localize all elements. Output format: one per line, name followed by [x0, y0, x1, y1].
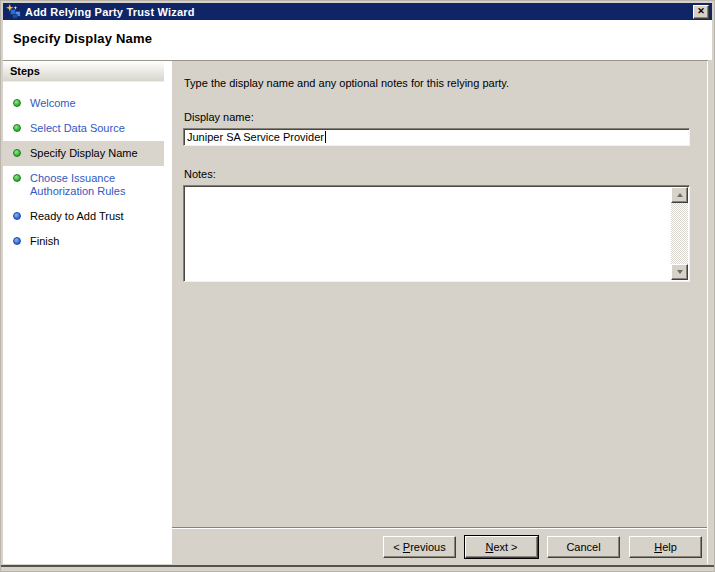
- cancel-button[interactable]: Cancel: [547, 536, 620, 558]
- scroll-up-button[interactable]: [671, 187, 688, 203]
- display-name-label: Display name:: [184, 111, 690, 123]
- display-name-value: Juniper SA Service Provider: [187, 131, 324, 143]
- sidebar-item-welcome[interactable]: Welcome: [3, 91, 164, 116]
- window-title: Add Relying Party Trust Wizard: [25, 6, 689, 18]
- scroll-down-button[interactable]: [671, 264, 688, 280]
- sidebar-item-select-data-source[interactable]: Select Data Source: [3, 116, 164, 141]
- help-button[interactable]: Help: [629, 536, 702, 558]
- instruction-text: Type the display name and any optional n…: [184, 77, 690, 89]
- step-done-bullet-icon: [13, 174, 21, 182]
- next-button[interactable]: Next >: [465, 536, 538, 558]
- wizard-app-icon: [6, 4, 21, 19]
- sidebar-item-finish: Finish: [3, 229, 164, 254]
- sidebar-item-specify-display-name: Specify Display Name: [3, 141, 164, 166]
- notes-label: Notes:: [184, 168, 690, 180]
- text-caret: [325, 131, 326, 143]
- notes-textarea[interactable]: [183, 185, 690, 282]
- step-done-bullet-icon: [13, 124, 21, 132]
- step-upcoming-bullet-icon: [13, 237, 21, 245]
- window-bottom-edge: [1, 565, 714, 567]
- sidebar-item-choose-issuance-authorization-rules[interactable]: Choose Issuance Authorization Rules: [3, 166, 164, 204]
- wizard-window: Add Relying Party Trust Wizard ✕ Specify…: [0, 0, 715, 572]
- main-panel: Type the display name and any optional n…: [172, 61, 708, 564]
- sidebar-item-ready-to-add-trust: Ready to Add Trust: [3, 204, 164, 229]
- step-done-bullet-icon: [13, 99, 21, 107]
- previous-button[interactable]: < Previous: [383, 536, 456, 558]
- page-title: Specify Display Name: [13, 31, 712, 46]
- steps-header: Steps: [3, 61, 164, 82]
- wizard-body: Steps Welcome Select Data Source Specify…: [3, 60, 708, 564]
- display-name-input[interactable]: Juniper SA Service Provider: [183, 128, 690, 146]
- steps-sidebar: Steps Welcome Select Data Source Specify…: [3, 61, 164, 564]
- titlebar: Add Relying Party Trust Wizard ✕: [3, 3, 712, 20]
- button-bar: < Previous Next > Cancel Help: [172, 527, 707, 564]
- arrow-down-icon: [677, 270, 683, 274]
- step-current-bullet-icon: [13, 149, 21, 157]
- steps-list: Welcome Select Data Source Specify Displ…: [3, 91, 164, 254]
- arrow-up-icon: [677, 193, 683, 197]
- page-header: Specify Display Name: [3, 20, 712, 60]
- scrollbar-track[interactable]: [671, 203, 688, 264]
- close-button[interactable]: ✕: [693, 5, 709, 19]
- step-upcoming-bullet-icon: [13, 212, 21, 220]
- page-content: Type the display name and any optional n…: [172, 61, 707, 527]
- notes-scrollbar[interactable]: [671, 187, 688, 280]
